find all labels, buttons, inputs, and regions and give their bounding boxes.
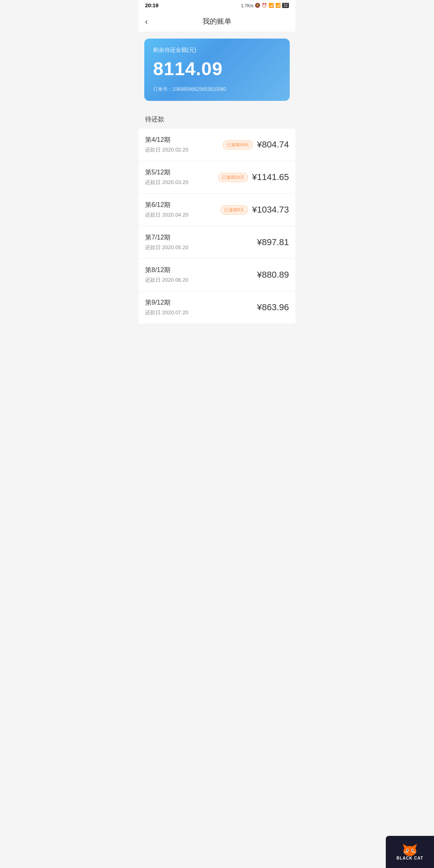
installment-period-3: 第7/12期 [145,233,257,242]
order-number-value: 15698596625653810080 [172,86,226,92]
installment-right-2: 已逾期8天 ¥1034.73 [221,205,289,215]
installment-item: 第6/12期 还款日 2020.04.20 已逾期8天 ¥1034.73 [139,194,295,226]
back-button[interactable]: ‹ [145,17,148,25]
balance-card: 剩余待还金额(元) 8114.09 订单号：156985966256538100… [144,39,290,101]
network-speed: 1.7K/s [241,3,254,8]
status-icons: 1.7K/s 🔕 ⏰ 📶 📶 32 [241,3,289,8]
installment-date-3: 还款日 2020.05.20 [145,244,257,251]
installment-period-0: 第4/12期 [145,136,223,144]
installment-right-4: ¥880.89 [257,270,289,280]
installment-period-5: 第9/12期 [145,299,257,307]
status-bar: 20:19 1.7K/s 🔕 ⏰ 📶 📶 32 [139,0,295,11]
installment-date-4: 还款日 2020.06.20 [145,276,257,284]
installment-amount-2: ¥1034.73 [252,205,289,215]
installment-left-1: 第5/12期 还款日 2020.03.20 [145,168,218,186]
installment-date-1: 还款日 2020.03.20 [145,179,218,186]
installment-period-4: 第8/12期 [145,266,257,274]
overdue-badge-1: 已逾期39天 [218,173,248,182]
installment-item: 第8/12期 还款日 2020.06.20 ¥880.89 [139,259,295,291]
page-title: 我的账单 [203,16,231,26]
order-label: 订单号： [153,86,172,92]
status-time: 20:19 [145,2,158,8]
installment-item: 第9/12期 还款日 2020.07.20 ¥863.96 [139,291,295,323]
installment-right-0: 已逾期68天 ¥804.74 [223,139,289,150]
installment-item: 第5/12期 还款日 2020.03.20 已逾期39天 ¥1141.65 [139,161,295,194]
signal-icon: 🔕 [255,3,260,8]
installment-right-3: ¥897.81 [257,237,289,248]
installment-date-0: 还款日 2020.02.20 [145,146,223,154]
installment-item: 第4/12期 还款日 2020.02.20 已逾期68天 ¥804.74 [139,129,295,161]
alarm-icon: ⏰ [262,3,267,8]
installment-left-5: 第9/12期 还款日 2020.07.20 [145,299,257,316]
installment-amount-4: ¥880.89 [257,270,289,280]
installment-date-2: 还款日 2020.04.20 [145,211,221,219]
wifi-icon: 📶 [275,3,281,8]
installment-amount-5: ¥863.96 [257,302,289,313]
overdue-badge-0: 已逾期68天 [223,140,253,149]
installment-amount-1: ¥1141.65 [252,172,289,182]
page-header: ‹ 我的账单 [139,11,295,32]
installment-period-1: 第5/12期 [145,168,218,177]
installment-list: 第4/12期 还款日 2020.02.20 已逾期68天 ¥804.74 第5/… [139,129,295,323]
balance-label: 剩余待还金额(元) [153,47,281,54]
order-number: 订单号：15698596625653810080 [153,86,281,93]
balance-amount: 8114.09 [153,58,281,80]
installment-date-5: 还款日 2020.07.20 [145,309,257,316]
installment-right-5: ¥863.96 [257,302,289,313]
installment-left-2: 第6/12期 还款日 2020.04.20 [145,201,221,219]
installment-period-2: 第6/12期 [145,201,221,209]
section-title-pending: 待还款 [139,107,295,129]
signal-bars-icon: 📶 [268,3,274,8]
overdue-badge-2: 已逾期8天 [221,205,248,215]
installment-amount-0: ¥804.74 [257,139,289,150]
installment-right-1: 已逾期39天 ¥1141.65 [218,172,289,182]
installment-amount-3: ¥897.81 [257,237,289,248]
installment-left-4: 第8/12期 还款日 2020.06.20 [145,266,257,284]
installment-item: 第7/12期 还款日 2020.05.20 ¥897.81 [139,226,295,259]
installment-left-3: 第7/12期 还款日 2020.05.20 [145,233,257,251]
battery-icon: 32 [282,3,289,8]
installment-left-0: 第4/12期 还款日 2020.02.20 [145,136,223,154]
